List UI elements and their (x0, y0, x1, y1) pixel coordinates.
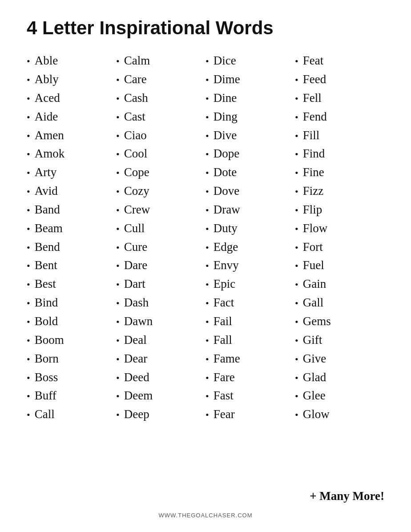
bullet-icon: • (27, 333, 30, 348)
bullet-icon: • (206, 73, 209, 88)
bullet-icon: • (206, 203, 209, 218)
list-item: •Fend (295, 108, 384, 126)
bullet-icon: • (116, 258, 120, 274)
word-label: Epic (214, 275, 235, 294)
list-item: •Feed (295, 70, 384, 89)
word-label: Deed (124, 368, 149, 387)
word-label: Flow (303, 219, 328, 238)
list-item: •Fast (206, 387, 295, 405)
bullet-icon: • (206, 407, 209, 423)
list-item: •Glee (295, 387, 384, 405)
word-label: Born (35, 350, 59, 368)
bullet-icon: • (295, 147, 298, 162)
list-item: •Dear (116, 350, 206, 368)
page-title: 4 Letter Inspirational Words (27, 18, 384, 38)
list-item: •Flip (295, 201, 384, 219)
bullet-icon: • (27, 147, 30, 162)
word-label: Fall (214, 331, 232, 350)
bullet-icon: • (27, 352, 30, 367)
list-item: •Fill (295, 126, 384, 145)
list-item: •Gall (295, 294, 384, 312)
list-item: •Dote (206, 163, 295, 182)
list-item: •Best (27, 275, 116, 294)
bullet-icon: • (116, 407, 120, 423)
word-label: Fort (303, 238, 323, 257)
word-label: Ciao (124, 126, 147, 145)
bullet-icon: • (27, 389, 30, 404)
word-label: Find (303, 145, 325, 163)
bullet-icon: • (116, 240, 120, 255)
word-label: Band (35, 201, 60, 219)
word-label: Boss (35, 368, 58, 387)
word-label: Dice (214, 52, 236, 70)
bullet-icon: • (27, 240, 30, 255)
list-item: •Cool (116, 145, 206, 163)
list-item: •Dawn (116, 312, 206, 331)
bullet-icon: • (295, 296, 298, 311)
list-item: •Dare (116, 256, 206, 275)
word-columns: •Able•Ably•Aced•Aide•Amen•Amok•Arty•Avid… (27, 52, 384, 488)
list-item: •Draw (206, 201, 295, 219)
list-item: •Epic (206, 275, 295, 294)
list-item: •Cope (116, 163, 206, 182)
bullet-icon: • (27, 222, 30, 237)
list-item: •Dime (206, 70, 295, 89)
word-label: Feat (303, 52, 324, 70)
list-item: •Dash (116, 294, 206, 312)
word-label: Aide (35, 108, 58, 126)
list-item: •Cast (116, 108, 206, 126)
word-label: Bent (35, 256, 57, 275)
word-label: Fame (214, 350, 240, 368)
word-label: Duty (214, 219, 238, 238)
list-item: •Beam (27, 219, 116, 238)
list-item: •Bold (27, 312, 116, 331)
bullet-icon: • (295, 54, 298, 69)
bullet-icon: • (295, 184, 298, 199)
word-label: Fine (303, 163, 324, 182)
word-label: Call (35, 405, 55, 424)
list-item: •Deem (116, 387, 206, 405)
word-label: Aced (35, 89, 60, 108)
word-label: Dart (124, 275, 145, 294)
bullet-icon: • (27, 277, 30, 292)
word-label: Fact (214, 294, 234, 312)
list-item: •Fear (206, 405, 295, 424)
word-label: Dine (214, 89, 237, 108)
list-item: •Born (27, 350, 116, 368)
word-label: Edge (214, 238, 238, 257)
list-item: •Fuel (295, 256, 384, 275)
word-label: Crew (124, 201, 150, 219)
bullet-icon: • (206, 147, 209, 162)
bullet-icon: • (206, 314, 209, 330)
word-label: Amok (35, 145, 65, 163)
bullet-icon: • (116, 203, 120, 218)
list-item: •Gain (295, 275, 384, 294)
bullet-icon: • (116, 73, 120, 88)
word-label: Deal (124, 331, 147, 350)
list-item: •Care (116, 70, 206, 89)
list-item: •Dope (206, 145, 295, 163)
list-item: •Glad (295, 368, 384, 387)
list-item: •Cash (116, 89, 206, 108)
list-item: •Arty (27, 163, 116, 182)
list-item: •Deep (116, 405, 206, 424)
bullet-icon: • (116, 91, 120, 106)
bullet-icon: • (206, 165, 209, 181)
list-item: •Cure (116, 238, 206, 257)
bullet-icon: • (206, 296, 209, 311)
bullet-icon: • (116, 352, 120, 367)
list-item: •Fare (206, 368, 295, 387)
list-item: •Duty (206, 219, 295, 238)
list-item: •Boss (27, 368, 116, 387)
bullet-icon: • (116, 371, 120, 386)
word-label: Dove (214, 182, 239, 201)
word-label: Dare (124, 256, 147, 275)
bullet-icon: • (295, 129, 298, 144)
list-item: •Dice (206, 52, 295, 70)
list-item: •Dart (116, 275, 206, 294)
bullet-icon: • (116, 333, 120, 348)
bullet-icon: • (27, 296, 30, 311)
word-label: Dime (214, 70, 240, 89)
bullet-icon: • (116, 389, 120, 404)
list-item: •Fame (206, 350, 295, 368)
